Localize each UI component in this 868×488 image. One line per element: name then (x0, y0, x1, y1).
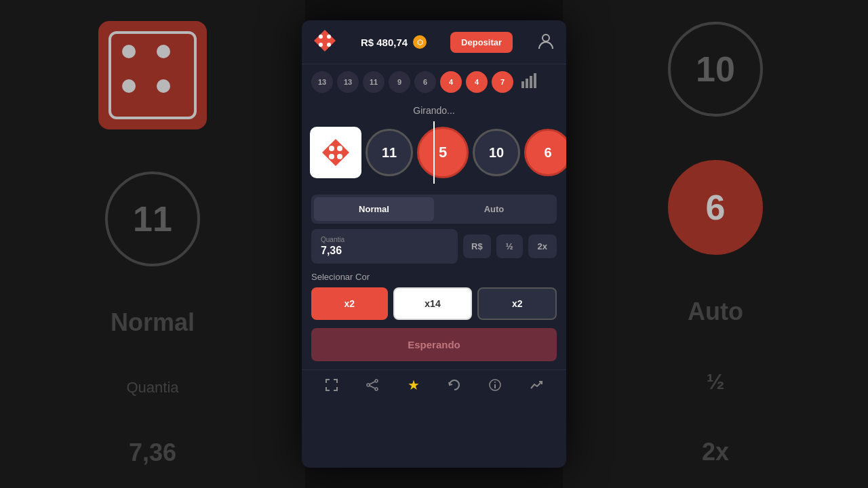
svg-point-13 (329, 154, 334, 159)
user-icon[interactable] (536, 31, 555, 53)
history-badge-7: 7 (492, 71, 513, 93)
spin-area: Girando... 11 5 10 6 (302, 100, 566, 186)
svg-rect-7 (526, 79, 528, 88)
double-button[interactable]: 2x (528, 235, 557, 258)
amount-row: Quantia 7,36 R$ ½ 2x (311, 229, 557, 264)
svg-marker-10 (322, 139, 349, 166)
main-panel: R$ 480,74 ⬡ Depositar 13 13 11 9 6 4 4 7 (302, 20, 566, 468)
history-row: 13 13 11 9 6 4 4 7 (302, 64, 566, 100)
bg-label-auto: Auto (688, 298, 743, 326)
logo (313, 28, 337, 56)
balance-text: R$ 480,74 (361, 37, 408, 48)
svg-rect-8 (530, 76, 532, 88)
amount-value: 7,36 (321, 245, 448, 257)
bg-quantia-label: Quantia (126, 379, 178, 396)
reel-card-5: 5 (417, 127, 469, 178)
svg-rect-6 (521, 81, 524, 88)
svg-rect-9 (534, 73, 536, 88)
share-icon[interactable] (363, 375, 382, 394)
history-badge-1: 13 (337, 71, 359, 93)
currency-badge: R$ (463, 235, 491, 258)
balance-area: R$ 480,74 ⬡ (361, 35, 427, 49)
svg-point-14 (337, 154, 342, 159)
reel-card-logo (310, 127, 361, 178)
svg-point-17 (375, 388, 378, 390)
history-badge-0: 13 (311, 71, 333, 93)
bg-label-normal: Normal (111, 308, 195, 337)
chart-trend-icon[interactable] (527, 375, 546, 394)
footer-row: ★ (302, 369, 566, 400)
history-badge-3: 9 (389, 71, 410, 93)
color-section-label: Selecionar Cor (311, 272, 557, 282)
bg-amount: 7,36 (129, 439, 176, 467)
svg-line-18 (370, 382, 375, 384)
svg-marker-0 (314, 30, 336, 52)
history-badge-6: 4 (466, 71, 488, 93)
svg-point-1 (319, 35, 323, 39)
bg-dice-card (98, 21, 207, 129)
reel-card-11: 11 (366, 129, 413, 176)
reel-card-6: 6 (524, 129, 566, 176)
spin-label: Girando... (302, 105, 566, 116)
history-badge-2: 11 (363, 71, 384, 93)
bg-number-10: 10 (668, 22, 763, 117)
svg-point-22 (494, 382, 496, 383)
svg-point-12 (337, 146, 342, 151)
coin-icon: ⬡ (413, 35, 427, 49)
waiting-button[interactable]: Esperando (311, 328, 557, 361)
color-buttons: x2 x14 x2 (311, 287, 557, 320)
bg-2x-label: 2x (702, 438, 729, 466)
reel-card-10: 10 (473, 129, 520, 176)
svg-point-5 (542, 35, 549, 41)
reel-container: 11 5 10 6 (302, 121, 566, 184)
svg-point-3 (319, 43, 323, 47)
amount-label: Quantia (321, 236, 448, 243)
history-badge-4: 6 (414, 71, 436, 93)
bg-number-11: 11 (105, 171, 200, 266)
history-badge-5: 4 (440, 71, 462, 93)
svg-point-4 (327, 43, 331, 47)
expand-icon[interactable] (322, 375, 341, 394)
undo-icon[interactable] (445, 375, 464, 394)
deposit-button[interactable]: Depositar (450, 32, 513, 53)
svg-point-16 (367, 384, 370, 386)
header: R$ 480,74 ⬡ Depositar (302, 20, 566, 64)
color-btn-dark[interactable]: x2 (477, 287, 557, 320)
svg-point-15 (375, 380, 378, 382)
reel-indicator (433, 121, 435, 184)
info-icon[interactable] (486, 375, 505, 394)
tab-normal[interactable]: Normal (314, 197, 434, 221)
half-button[interactable]: ½ (496, 235, 523, 258)
svg-line-19 (370, 386, 375, 388)
svg-point-2 (327, 35, 331, 39)
svg-point-11 (329, 146, 334, 151)
mode-tabs: Normal Auto (311, 195, 557, 224)
bg-half-label: ½ (707, 369, 725, 394)
background-right: 10 6 Auto ½ 2x (563, 0, 868, 488)
star-icon[interactable]: ★ (404, 375, 423, 394)
amount-field[interactable]: Quantia 7,36 (311, 229, 458, 264)
tab-auto[interactable]: Auto (434, 197, 554, 221)
chart-icon[interactable] (520, 72, 538, 92)
color-btn-white[interactable]: x14 (393, 287, 473, 320)
color-btn-red[interactable]: x2 (311, 287, 388, 320)
background-left: 11 Normal Quantia 7,36 (0, 0, 305, 488)
bg-number-6: 6 (668, 160, 763, 255)
